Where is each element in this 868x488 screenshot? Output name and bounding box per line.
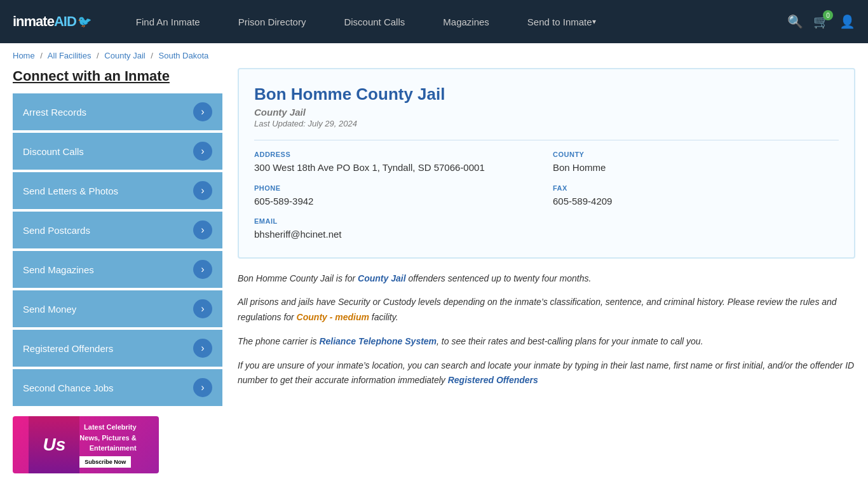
ad-banner[interactable]: Us Latest Celebrity News, Pictures & Ent… bbox=[13, 416, 159, 473]
sidebar-btn-send-money-label: Send Money bbox=[23, 304, 76, 315]
sidebar-btn-send-letters-label: Send Letters & Photos bbox=[23, 186, 118, 196]
search-icon[interactable]: 🔍 bbox=[787, 14, 803, 29]
breadcrumb-county-jail[interactable]: County Jail bbox=[104, 51, 145, 60]
nav-prison-directory[interactable]: Prison Directory bbox=[219, 0, 325, 43]
sidebar-btn-send-postcards[interactable]: Send Postcards › bbox=[13, 212, 222, 248]
arrow-icon: › bbox=[193, 220, 212, 240]
facility-name: Bon Homme County Jail bbox=[254, 85, 839, 104]
fax-value: 605-589-4209 bbox=[553, 194, 839, 209]
sidebar-btn-arrest-records-label: Arrest Records bbox=[23, 107, 86, 118]
main-nav: Find An Inmate Prison Directory Discount… bbox=[117, 0, 787, 43]
desc-reliance-link[interactable]: Reliance Telephone System bbox=[319, 336, 437, 346]
desc-para4: If you are unsure of your inmate’s locat… bbox=[238, 358, 855, 389]
arrow-icon: › bbox=[193, 378, 212, 397]
desc-para3-after: , to see their rates and best-calling pl… bbox=[437, 336, 703, 346]
phone-label: PHONE bbox=[254, 184, 540, 192]
email-value: bhsheriff@hcinet.net bbox=[254, 227, 839, 242]
user-icon[interactable]: 👤 bbox=[839, 14, 855, 29]
sidebar: Connect with an Inmate Arrest Records › … bbox=[13, 68, 222, 473]
sidebar-btn-send-magazines[interactable]: Send Magazines › bbox=[13, 251, 222, 288]
sidebar-btn-second-chance-jobs[interactable]: Second Chance Jobs › bbox=[13, 369, 222, 406]
facility-type: County Jail bbox=[254, 107, 839, 118]
cart-icon[interactable]: 🛒 0 bbox=[813, 14, 829, 29]
ad-line1: Latest Celebrity bbox=[79, 422, 136, 433]
arrow-icon: › bbox=[193, 260, 212, 279]
sidebar-btn-send-money[interactable]: Send Money › bbox=[13, 290, 222, 327]
desc-para2-after: facility. bbox=[369, 312, 398, 322]
main-layout: Connect with an Inmate Arrest Records › … bbox=[0, 68, 868, 488]
desc-county-jail-link[interactable]: County Jail bbox=[358, 273, 405, 283]
nav-send-to-inmate[interactable]: Send to Inmate bbox=[508, 0, 615, 43]
county-label: COUNTY bbox=[553, 151, 839, 158]
desc-para3-before: The phone carrier is bbox=[238, 336, 319, 346]
ad-subscribe-button[interactable]: Subscribe Now bbox=[79, 456, 131, 468]
desc-para3: The phone carrier is Reliance Telephone … bbox=[238, 334, 855, 349]
desc-para2: All prisons and jails have Security or C… bbox=[238, 295, 855, 325]
address-block: ADDRESS 300 West 18th Ave PO Box 1, Tynd… bbox=[254, 151, 540, 175]
arrow-icon: › bbox=[193, 299, 212, 318]
address-value: 300 West 18th Ave PO Box 1, Tyndall, SD … bbox=[254, 161, 540, 175]
desc-registered-offenders-link[interactable]: Registered Offenders bbox=[448, 375, 538, 385]
sidebar-btn-registered-offenders[interactable]: Registered Offenders › bbox=[13, 330, 222, 367]
arrow-icon: › bbox=[193, 339, 212, 358]
desc-para1-after: offenders sentenced up to twenty four mo… bbox=[406, 273, 592, 283]
sidebar-btn-send-postcards-label: Send Postcards bbox=[23, 225, 90, 236]
ad-line3: Entertainment bbox=[79, 443, 136, 454]
desc-para1: Bon Homme County Jail is for County Jail… bbox=[238, 271, 855, 287]
email-block: EMAIL bhsheriff@hcinet.net bbox=[254, 217, 839, 242]
breadcrumb-all-facilities[interactable]: All Facilities bbox=[48, 51, 92, 60]
email-label: EMAIL bbox=[254, 217, 839, 225]
sidebar-btn-send-magazines-label: Send Magazines bbox=[23, 264, 94, 275]
nav-magazines[interactable]: Magazines bbox=[424, 0, 508, 43]
sidebar-btn-arrest-records[interactable]: Arrest Records › bbox=[13, 93, 222, 130]
sidebar-btn-discount-calls[interactable]: Discount Calls › bbox=[13, 133, 222, 170]
desc-county-medium-link[interactable]: County - medium bbox=[297, 312, 369, 322]
breadcrumb-south-dakota[interactable]: South Dakota bbox=[159, 51, 209, 60]
header: inmateAID 🐦 Find An Inmate Prison Direct… bbox=[0, 0, 868, 43]
sidebar-btn-discount-calls-label: Discount Calls bbox=[23, 146, 84, 157]
phone-block: PHONE 605-589-3942 bbox=[254, 184, 540, 209]
sidebar-title: Connect with an Inmate bbox=[13, 68, 222, 85]
facility-updated: Last Updated: July 29, 2024 bbox=[254, 119, 839, 128]
main-content: Bon Homme County Jail County Jail Last U… bbox=[238, 68, 855, 473]
breadcrumb-home[interactable]: Home bbox=[13, 51, 35, 60]
ad-line2: News, Pictures & bbox=[79, 433, 136, 444]
description: Bon Homme County Jail is for County Jail… bbox=[238, 271, 855, 389]
header-icons: 🔍 🛒 0 👤 bbox=[787, 14, 855, 29]
nav-find-inmate[interactable]: Find An Inmate bbox=[117, 0, 219, 43]
ad-text: Latest Celebrity News, Pictures & Entert… bbox=[79, 422, 142, 468]
arrow-icon: › bbox=[193, 142, 212, 161]
breadcrumb: Home / All Facilities / County Jail / So… bbox=[0, 43, 868, 68]
desc-para4-before: If you are unsure of your inmate’s locat… bbox=[238, 360, 854, 386]
logo[interactable]: inmateAID 🐦 bbox=[13, 13, 92, 30]
address-label: ADDRESS bbox=[254, 151, 540, 158]
sidebar-btn-registered-offenders-label: Registered Offenders bbox=[23, 343, 113, 354]
fax-label: FAX bbox=[553, 184, 839, 192]
phone-value: 605-589-3942 bbox=[254, 194, 540, 209]
arrow-icon: › bbox=[193, 181, 212, 200]
county-value: Bon Homme bbox=[553, 161, 839, 175]
nav-discount-calls[interactable]: Discount Calls bbox=[325, 0, 424, 43]
sidebar-btn-second-chance-jobs-label: Second Chance Jobs bbox=[23, 383, 114, 393]
county-block: COUNTY Bon Homme bbox=[553, 151, 839, 175]
facility-card: Bon Homme County Jail County Jail Last U… bbox=[238, 68, 855, 259]
info-grid: ADDRESS 300 West 18th Ave PO Box 1, Tynd… bbox=[254, 140, 839, 242]
logo-bird-icon: 🐦 bbox=[78, 15, 92, 29]
desc-para1-before: Bon Homme County Jail is for bbox=[238, 273, 358, 283]
sidebar-btn-send-letters[interactable]: Send Letters & Photos › bbox=[13, 172, 222, 209]
cart-badge: 0 bbox=[823, 10, 833, 20]
arrow-icon: › bbox=[193, 102, 212, 121]
fax-block: FAX 605-589-4209 bbox=[553, 184, 839, 209]
